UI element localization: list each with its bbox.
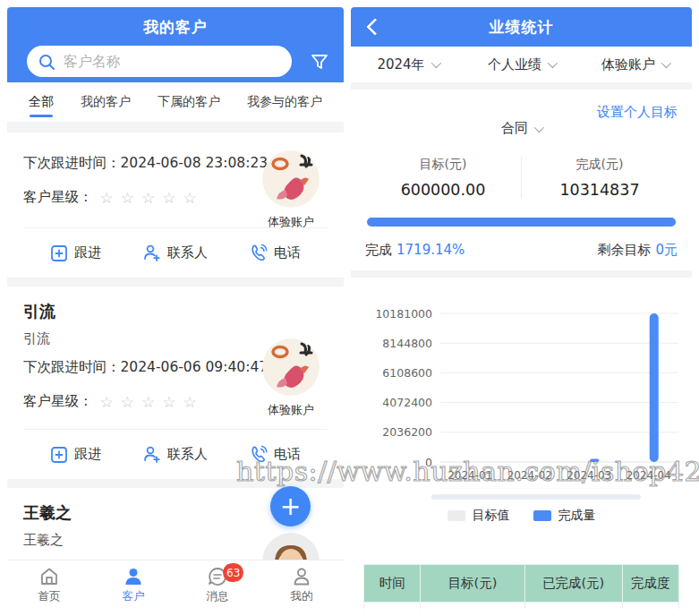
svg-text:8144800: 8144800: [382, 337, 432, 350]
phone-button[interactable]: 电话: [249, 244, 301, 262]
col-header-target: 目标(元): [421, 565, 524, 603]
person-filled-icon: [123, 566, 144, 587]
screenshot-stage: 我的客户 全部 我的客户 下属的客户 我参与的客户: [0, 0, 699, 616]
account-dropdown[interactable]: 体验账户: [578, 56, 692, 73]
plus-square-icon: [50, 446, 68, 464]
chevron-down-icon: [548, 58, 558, 68]
person-add-icon: [142, 244, 161, 262]
tabbar-item-mine[interactable]: 我的: [260, 560, 344, 609]
chart-datazoom-slider[interactable]: [431, 494, 641, 500]
legend-swatch-target: [448, 510, 465, 521]
svg-text:2024-01: 2024-01: [448, 469, 492, 482]
tabbar-item-home[interactable]: 首页: [7, 560, 91, 609]
phone-icon: [249, 244, 268, 262]
card-actions: 跟进 联系人 电话: [23, 429, 328, 479]
stats-header: 业绩统计: [351, 7, 692, 47]
tab-my-customers[interactable]: 我的客户: [81, 83, 131, 121]
bottom-tabbar: 首页 客户 消息 63 我的: [7, 560, 344, 609]
home-icon: [38, 566, 60, 587]
col-header-time: 时间: [364, 565, 421, 603]
customer-avatar-wrap: 体验账户: [258, 338, 324, 418]
svg-text:0: 0: [425, 456, 432, 469]
cell-rate: 0%: [622, 603, 678, 610]
search-bar[interactable]: [27, 46, 292, 77]
card-actions: 跟进 联系人 电话: [23, 227, 328, 278]
contacts-button[interactable]: 联系人: [142, 445, 208, 464]
target-stat: 目标(元) 600000.00: [365, 157, 522, 199]
page-title: 业绩统计: [490, 17, 554, 38]
table-row: 2024-01 50000.00 0 0%: [364, 603, 679, 610]
goldfish-avatar: [262, 338, 320, 396]
customer-list-header: 我的客户: [7, 7, 344, 82]
completion-progress-bar: [367, 218, 676, 227]
filter-funnel-icon[interactable]: [310, 52, 329, 72]
customer-card[interactable]: 下次跟进时间：2024-06-08 23:08:23 客户星级： ☆☆☆☆☆ 体…: [7, 133, 344, 278]
table-header-row: 时间 目标(元) 已完成(元) 完成度: [364, 565, 679, 603]
svg-text:2024-02: 2024-02: [507, 469, 552, 482]
chevron-down-icon: [534, 123, 544, 133]
phone-button[interactable]: 电话: [249, 445, 301, 464]
scope-dropdown[interactable]: 个人业绩: [465, 56, 578, 73]
search-input[interactable]: [64, 53, 280, 70]
customer-name: 引流: [23, 287, 328, 322]
year-dropdown[interactable]: 2024年: [351, 56, 465, 73]
tab-participated-customers[interactable]: 我参与的客户: [247, 83, 322, 121]
target-label: 目标(元): [365, 157, 521, 173]
done-value: 10314837: [522, 181, 678, 199]
back-icon[interactable]: [363, 18, 381, 36]
done-stat: 完成(元) 10314837: [522, 157, 678, 199]
divider-band: [351, 82, 692, 90]
account-tag: 体验账户: [258, 402, 324, 418]
plus-square-icon: [50, 244, 68, 262]
goal-section: 设置个人目标 合同 目标(元) 600000.00 完成(元) 10314837…: [351, 90, 692, 270]
stats-filters: 2024年 个人业绩 体验账户: [351, 47, 692, 82]
chart-legend: 目标值 完成量: [351, 508, 692, 524]
person-add-icon: [142, 445, 161, 464]
cell-done: 0: [524, 603, 622, 610]
legend-swatch-completed: [533, 510, 551, 521]
performance-stats-screen: 业绩统计 2024年 个人业绩 体验账户 设置个人目标 合同 目标(元) 600…: [351, 7, 692, 609]
col-header-done: 已完成(元): [524, 565, 622, 603]
chevron-down-icon: [661, 58, 671, 68]
tabbar-item-customers[interactable]: 客户: [91, 560, 175, 609]
completion-percent: 完成1719.14%: [365, 242, 465, 259]
svg-text:10181000: 10181000: [375, 307, 432, 321]
legend-completed[interactable]: 完成量: [533, 508, 596, 524]
tabbar-item-messages[interactable]: 消息 63: [175, 560, 260, 609]
follow-up-button[interactable]: 跟进: [50, 446, 101, 464]
cell-time: 2024-01: [364, 603, 421, 610]
monthly-bar-chart: 0203620040724006108600814480010181000202…: [354, 301, 688, 485]
phone-icon: [249, 445, 268, 464]
next-follow-time: 2024-06-08 23:08:23: [121, 155, 269, 171]
customer-tabs: 全部 我的客户 下属的客户 我参与的客户: [7, 82, 344, 122]
svg-text:6108600: 6108600: [382, 366, 432, 380]
target-value: 600000.00: [365, 181, 521, 199]
tab-subordinate-customers[interactable]: 下属的客户: [158, 83, 220, 121]
next-follow-time: 2024-06-06 09:40:47: [121, 359, 269, 375]
add-customer-fab[interactable]: +: [270, 486, 311, 526]
svg-text:4072400: 4072400: [382, 396, 432, 409]
set-goal-link[interactable]: 设置个人目标: [597, 104, 678, 121]
page-title: 我的客户: [7, 7, 344, 38]
chevron-down-icon: [430, 58, 440, 68]
goldfish-avatar: [262, 150, 320, 208]
customer-card[interactable]: 引流 引流 下次跟进时间：2024-06-06 09:40:47 客户星级： ☆…: [7, 287, 344, 479]
svg-text:2024-04: 2024-04: [627, 469, 671, 482]
svg-text:2036200: 2036200: [382, 425, 432, 439]
unread-badge: 63: [223, 563, 243, 582]
monthly-performance-table: 时间 目标(元) 已完成(元) 完成度 2024-01 50000.00 0 0…: [363, 564, 679, 609]
divider-band: [351, 270, 692, 278]
contacts-button[interactable]: 联系人: [142, 244, 208, 262]
person-outline-icon: [291, 566, 312, 587]
divider-band: [7, 278, 344, 287]
star-rating: ☆☆☆☆☆: [100, 189, 204, 207]
tab-all[interactable]: 全部: [29, 83, 54, 121]
cell-target: 50000.00: [421, 603, 524, 610]
col-header-rate: 完成度: [622, 565, 678, 603]
svg-text:2024-03: 2024-03: [567, 469, 611, 482]
follow-up-button[interactable]: 跟进: [50, 244, 101, 262]
monthly-table-section: 时间 目标(元) 已完成(元) 完成度 2024-01 50000.00 0 0…: [351, 562, 692, 609]
legend-target[interactable]: 目标值: [448, 508, 510, 524]
done-label: 完成(元): [522, 157, 678, 173]
customer-list-screen: 我的客户 全部 我的客户 下属的客户 我参与的客户: [7, 7, 344, 609]
